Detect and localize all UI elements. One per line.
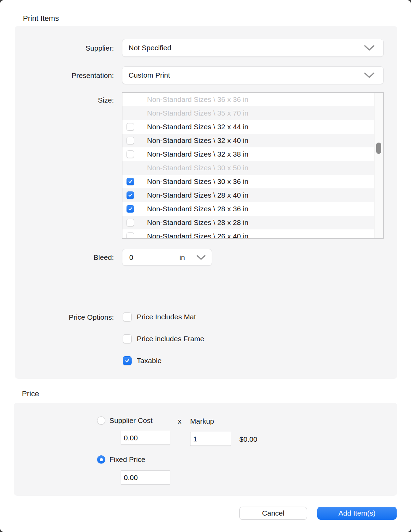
bleed-dropdown-button[interactable] bbox=[190, 249, 212, 265]
checkbox[interactable] bbox=[123, 334, 132, 343]
size-option-row[interactable]: Non-Standard Sizes \ 30 x 36 in bbox=[122, 175, 374, 188]
list-scrollbar[interactable] bbox=[374, 93, 383, 238]
checkmark-icon bbox=[128, 192, 133, 198]
supplier-dropdown[interactable]: Not Specified bbox=[122, 39, 384, 57]
add-items-button[interactable]: Add Item(s) bbox=[317, 507, 397, 520]
markup-label: Markup bbox=[190, 417, 214, 425]
size-option-label: Non-Standard Sizes \ 28 x 28 in bbox=[147, 218, 249, 227]
size-option-label: Non-Standard Sizes \ 28 x 40 in bbox=[147, 191, 249, 199]
size-checkbox[interactable] bbox=[127, 219, 134, 226]
supplier-value: Not Specified bbox=[122, 44, 364, 52]
checkbox[interactable] bbox=[123, 312, 132, 321]
size-option-label: Non-Standard Sizes \ 26 x 40 in bbox=[147, 232, 249, 239]
multiply-label: x bbox=[178, 417, 182, 425]
size-checkbox[interactable] bbox=[127, 232, 134, 239]
add-print-items-dialog: Print Items Supplier: Not Specified Pres… bbox=[0, 0, 411, 532]
supplier-label: Supplier: bbox=[15, 44, 114, 52]
size-option-row[interactable]: Non-Standard Sizes \ 28 x 36 in bbox=[122, 202, 374, 216]
size-option-label: Non-Standard Sizes \ 30 x 36 in bbox=[147, 177, 249, 186]
supplier-cost-radio[interactable]: Supplier Cost bbox=[97, 416, 153, 425]
size-option-row[interactable]: Non-Standard Sizes \ 30 x 50 in bbox=[122, 161, 374, 175]
radio-button[interactable] bbox=[97, 455, 105, 464]
presentation-value: Custom Print bbox=[122, 71, 364, 79]
size-option-row[interactable]: Non-Standard Sizes \ 32 x 40 in bbox=[122, 134, 374, 147]
size-option-label: Non-Standard Sizes \ 30 x 50 in bbox=[147, 164, 249, 172]
supplier-cost-label: Supplier Cost bbox=[109, 416, 153, 425]
presentation-dropdown[interactable]: Custom Print bbox=[122, 66, 384, 84]
markup-input[interactable] bbox=[190, 432, 231, 446]
checkmark-icon bbox=[128, 206, 133, 212]
size-checkbox[interactable] bbox=[127, 178, 134, 185]
bleed-label: Bleed: bbox=[15, 253, 114, 262]
checkbox-label: Price Includes Mat bbox=[137, 313, 196, 321]
size-rows: Non-Standard Sizes \ 36 x 36 in Non-Stan… bbox=[122, 93, 374, 239]
scrollbar-thumb[interactable] bbox=[376, 143, 381, 154]
size-option-label: Non-Standard Sizes \ 32 x 40 in bbox=[147, 136, 249, 145]
price-panel bbox=[14, 403, 397, 496]
checkbox-taxable[interactable]: Taxable bbox=[123, 356, 161, 365]
size-option-label: Non-Standard Sizes \ 35 x 70 in bbox=[147, 109, 249, 117]
radio-button[interactable] bbox=[97, 416, 105, 425]
size-option-row[interactable]: Non-Standard Sizes \ 32 x 44 in bbox=[122, 120, 374, 134]
size-option-label: Non-Standard Sizes \ 32 x 38 in bbox=[147, 150, 249, 158]
price-options-label: Price Options: bbox=[15, 313, 114, 321]
computed-total: $0.00 bbox=[239, 435, 257, 443]
bleed-field: in bbox=[122, 249, 212, 266]
size-checkbox[interactable] bbox=[127, 150, 134, 158]
bleed-unit: in bbox=[180, 253, 185, 262]
size-checkbox[interactable] bbox=[127, 205, 134, 213]
supplier-cost-input[interactable] bbox=[121, 431, 170, 445]
bleed-input[interactable] bbox=[122, 253, 180, 262]
presentation-label: Presentation: bbox=[15, 71, 114, 80]
print-items-section-title: Print Items bbox=[23, 14, 59, 23]
price-section-title: Price bbox=[22, 389, 39, 398]
checkbox[interactable] bbox=[123, 356, 132, 365]
chevron-down-icon bbox=[364, 45, 374, 51]
fixed-price-radio[interactable]: Fixed Price bbox=[97, 455, 145, 464]
size-checkbox[interactable] bbox=[127, 123, 134, 131]
size-checkbox[interactable] bbox=[127, 191, 134, 199]
checkmark-icon bbox=[124, 358, 130, 364]
checkbox-price-includes-mat[interactable]: Price Includes Mat bbox=[123, 312, 196, 321]
size-option-row[interactable]: Non-Standard Sizes \ 36 x 36 in bbox=[122, 93, 374, 106]
cancel-button[interactable]: Cancel bbox=[239, 507, 307, 520]
fixed-price-label: Fixed Price bbox=[109, 455, 145, 464]
size-option-label: Non-Standard Sizes \ 36 x 36 in bbox=[147, 95, 249, 104]
size-checkbox[interactable] bbox=[127, 137, 134, 144]
checkbox-label: Taxable bbox=[137, 357, 161, 365]
size-option-row[interactable]: Non-Standard Sizes \ 28 x 40 in bbox=[122, 188, 374, 202]
size-label: Size: bbox=[15, 96, 114, 104]
size-list: Non-Standard Sizes \ 36 x 36 in Non-Stan… bbox=[122, 92, 384, 239]
size-option-row[interactable]: Non-Standard Sizes \ 28 x 28 in bbox=[122, 216, 374, 229]
fixed-price-input[interactable] bbox=[121, 470, 170, 484]
size-option-label: Non-Standard Sizes \ 28 x 36 in bbox=[147, 205, 249, 213]
chevron-down-icon bbox=[364, 72, 374, 78]
size-option-row[interactable]: Non-Standard Sizes \ 35 x 70 in bbox=[122, 106, 374, 120]
checkbox-price-includes-frame[interactable]: Price includes Frame bbox=[123, 334, 204, 343]
size-option-row[interactable]: Non-Standard Sizes \ 26 x 40 in bbox=[122, 229, 374, 239]
size-option-row[interactable]: Non-Standard Sizes \ 32 x 38 in bbox=[122, 147, 374, 161]
chevron-down-icon bbox=[197, 255, 205, 260]
checkbox-label: Price includes Frame bbox=[137, 335, 204, 343]
size-option-label: Non-Standard Sizes \ 32 x 44 in bbox=[147, 123, 249, 131]
checkmark-icon bbox=[128, 179, 133, 184]
